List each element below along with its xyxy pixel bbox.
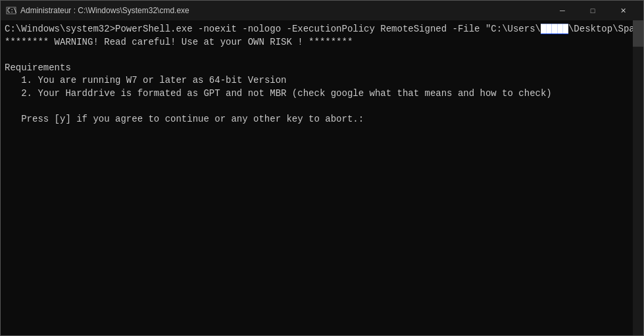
terminal-line-3 bbox=[5, 49, 639, 62]
terminal-line-7 bbox=[5, 101, 639, 114]
scrollbar-thumb[interactable] bbox=[633, 20, 643, 47]
minimize-button[interactable]: ─ bbox=[547, 1, 578, 20]
terminal-line-2: ******** WARNING! Read careful! Use at y… bbox=[5, 36, 639, 49]
terminal-line-6: 2. Your Harddrive is formated as GPT and… bbox=[5, 87, 639, 101]
terminal-line-1: C:\Windows\system32>PowerShell.exe -noex… bbox=[5, 23, 639, 36]
close-button[interactable]: ✕ bbox=[608, 1, 638, 20]
window-title: Administrateur : C:\Windows\System32\cmd… bbox=[20, 6, 547, 15]
terminal-body[interactable]: C:\Windows\system32>PowerShell.exe -noex… bbox=[1, 20, 643, 335]
maximize-button[interactable]: □ bbox=[578, 1, 608, 20]
window-controls: ─ □ ✕ bbox=[547, 1, 638, 20]
terminal-line-4: Requirements bbox=[5, 62, 639, 75]
scrollbar[interactable] bbox=[633, 20, 643, 335]
svg-text:C:\: C:\ bbox=[7, 8, 16, 14]
terminal-line-8: Press [y] if you agree to continue or an… bbox=[5, 113, 639, 126]
cmd-window: C:\ Administrateur : C:\Windows\System32… bbox=[0, 0, 644, 336]
app-icon: C:\ bbox=[6, 5, 16, 16]
terminal-line-5: 1. You are running W7 or later as 64-bit… bbox=[5, 74, 639, 87]
titlebar: C:\ Administrateur : C:\Windows\System32… bbox=[1, 1, 643, 20]
